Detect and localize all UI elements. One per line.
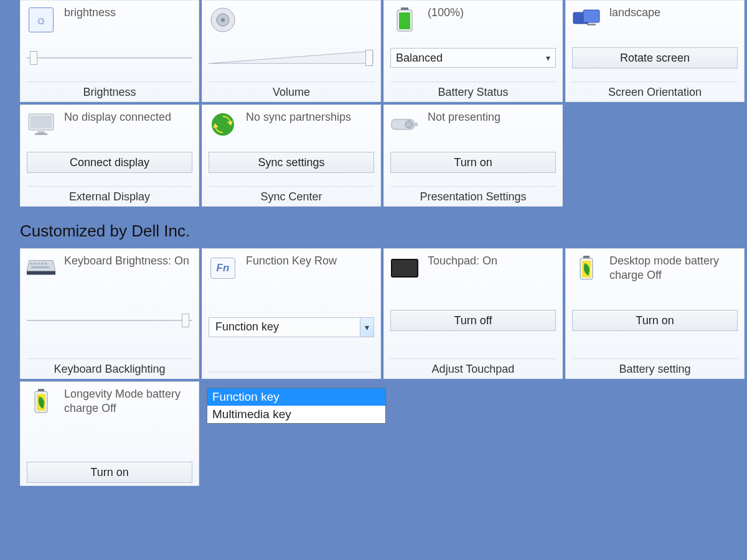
- tile-volume: Volume: [202, 0, 381, 102]
- sync-settings-button[interactable]: Sync settings: [209, 152, 374, 173]
- tile-external-display: No display connected Connect display Ext…: [20, 105, 199, 207]
- keyboard-label: Keyboard Backlighting: [27, 358, 192, 376]
- svg-rect-22: [41, 263, 44, 264]
- tile-touchpad: Touchpad: On Turn off Adjust Touchpad: [383, 248, 563, 379]
- touchpad-status: Touchpad: On: [428, 254, 497, 268]
- tile-battery-desktop: Desktop mode battery charge Off Turn on …: [565, 248, 745, 379]
- svg-rect-21: [37, 263, 40, 264]
- keyboard-brightness-slider[interactable]: [27, 314, 192, 327]
- svg-rect-24: [32, 266, 50, 268]
- svg-rect-13: [35, 133, 47, 135]
- screen-label: Screen Orientation: [572, 82, 738, 99]
- svg-rect-26: [583, 256, 590, 258]
- connect-display-button[interactable]: Connect display: [27, 152, 192, 173]
- svg-rect-29: [38, 389, 44, 391]
- keyboard-icon: [27, 254, 55, 282]
- svg-rect-20: [34, 263, 37, 264]
- svg-rect-6: [399, 12, 410, 29]
- function-key-dropdown[interactable]: Function key Multimedia key: [207, 388, 386, 424]
- volume-slider[interactable]: [209, 50, 374, 66]
- battery-longevity-turn-on-button[interactable]: Turn on: [27, 462, 192, 483]
- dropdown-option-function-key[interactable]: Function key: [207, 388, 385, 406]
- battery-icon: [390, 6, 419, 34]
- fn-status: Function Key Row: [246, 254, 337, 268]
- touchpad-label: Adjust Touchpad: [390, 358, 556, 376]
- section-heading-dell: Customized by Dell Inc.: [20, 222, 747, 241]
- power-plan-value: Balanced: [396, 52, 443, 65]
- battery-status-text: (100%): [428, 6, 464, 20]
- tile-keyboard-backlight: Keyboard Brightness: On Keyboard Backlig…: [20, 248, 199, 379]
- svg-marker-18: [27, 261, 55, 271]
- svg-rect-17: [413, 123, 418, 126]
- presentation-label: Presentation Settings: [390, 186, 556, 203]
- brightness-label: Brightness: [27, 82, 192, 99]
- svg-rect-9: [587, 24, 596, 26]
- svg-rect-25: [27, 271, 55, 275]
- battery-leaf-icon: [572, 254, 601, 282]
- dropdown-option-multimedia-key[interactable]: Multimedia key: [207, 406, 385, 423]
- touchpad-turn-off-button[interactable]: Turn off: [390, 310, 556, 331]
- battery-desktop-turn-on-button[interactable]: Turn on: [572, 310, 738, 331]
- svg-rect-19: [31, 263, 33, 264]
- brightness-status: brightness: [64, 6, 116, 20]
- svg-rect-12: [37, 131, 45, 133]
- chevron-down-icon: ▾: [546, 53, 550, 63]
- svg-point-2: [221, 18, 225, 22]
- screen-status: landscape: [609, 6, 660, 20]
- external-status: No display connected: [64, 110, 171, 124]
- tile-function-key: Fn Function Key Row Function key ▾: [202, 248, 381, 379]
- touchpad-icon: [390, 254, 419, 282]
- function-key-select[interactable]: Function key ▾: [209, 317, 374, 337]
- battery-desktop-label: Battery setting: [572, 358, 738, 376]
- speaker-icon: [209, 6, 237, 34]
- battery-label: Battery Status: [390, 82, 556, 99]
- rotate-screen-button[interactable]: Rotate screen: [572, 47, 738, 68]
- svg-rect-11: [31, 116, 52, 128]
- svg-rect-8: [583, 10, 599, 22]
- sync-label: Sync Center: [209, 186, 374, 203]
- battery-desktop-status: Desktop mode battery charge Off: [609, 254, 738, 282]
- battery-leaf-icon: [27, 387, 55, 416]
- keyboard-status: Keyboard Brightness: On: [64, 254, 189, 268]
- tile-battery-longevity: Longevity Mode battery charge Off Turn o…: [20, 381, 199, 486]
- monitor-icon: [27, 110, 55, 139]
- fn-label: [209, 371, 374, 376]
- projector-icon: [390, 110, 419, 139]
- sync-icon: [209, 110, 237, 139]
- tile-brightness: ☼ brightness Brightness: [20, 0, 199, 102]
- function-key-value: Function key: [214, 320, 279, 334]
- volume-label: Volume: [209, 82, 374, 99]
- brightness-icon: ☼: [27, 6, 55, 34]
- power-plan-select[interactable]: Balanced ▾: [390, 48, 556, 68]
- tile-sync-center: No sync partnerships Sync settings Sync …: [202, 105, 381, 207]
- battery-longevity-status: Longevity Mode battery charge Off: [64, 387, 192, 415]
- tile-screen-orientation: landscape Rotate screen Screen Orientati…: [565, 0, 745, 102]
- screens-icon: [572, 6, 601, 34]
- svg-rect-23: [45, 263, 47, 264]
- presentation-turn-on-button[interactable]: Turn on: [390, 152, 556, 173]
- brightness-slider[interactable]: [27, 51, 192, 65]
- svg-rect-4: [401, 7, 408, 10]
- chevron-down-icon: ▾: [365, 322, 369, 332]
- tile-battery-status: (100%) Balanced ▾ Battery Status: [383, 0, 563, 102]
- svg-point-16: [405, 121, 413, 128]
- tile-presentation: Not presenting Turn on Presentation Sett…: [383, 105, 563, 207]
- fn-icon: Fn: [209, 254, 237, 282]
- sync-status: No sync partnerships: [246, 110, 351, 124]
- svg-marker-3: [209, 51, 373, 63]
- external-label: External Display: [27, 186, 192, 203]
- presentation-status: Not presenting: [428, 110, 500, 124]
